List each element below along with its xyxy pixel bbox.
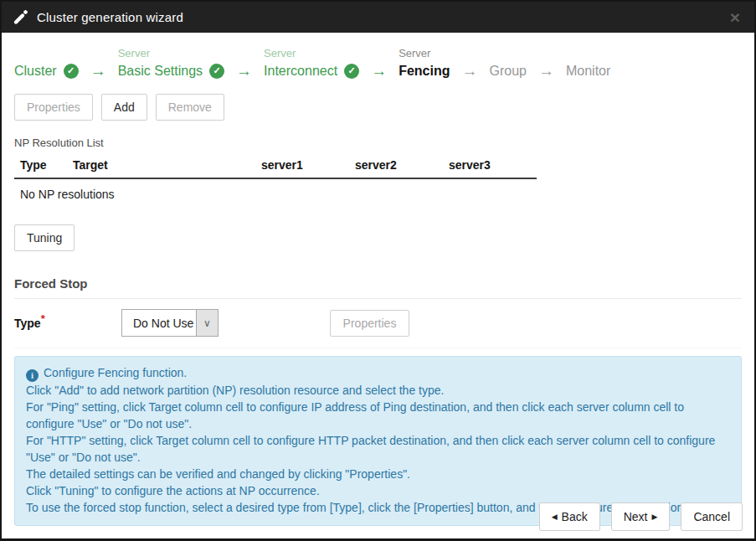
back-button[interactable]: ◀ Back xyxy=(539,502,600,531)
np-resolution-list-label: NP Resolution List xyxy=(14,137,742,149)
dialog-title: Cluster generation wizard xyxy=(37,10,183,24)
magic-wand-icon xyxy=(13,9,29,25)
step-arrow-icon: → xyxy=(371,61,387,80)
info-line: The detailed settings can be verified an… xyxy=(26,466,730,482)
column-header-server1[interactable]: server1 xyxy=(255,156,349,178)
step-name: Group xyxy=(489,61,526,80)
table-row: No NP resolutions xyxy=(14,178,537,209)
close-icon[interactable]: × xyxy=(727,7,743,28)
wizard-steps: Cluster ✓ → Server Basic Settings ✓ → Se… xyxy=(14,33,742,80)
remove-button[interactable]: Remove xyxy=(156,94,224,121)
info-icon: i xyxy=(26,369,39,382)
footer-buttons: ◀ Back Next ▶ Cancel xyxy=(539,502,743,531)
forced-stop-type-select[interactable]: Do Not Use ∨ xyxy=(121,309,219,337)
chevron-down-icon: ∨ xyxy=(196,310,218,336)
info-line: For "Ping" setting, click Target column … xyxy=(26,399,730,432)
step-name: Interconnect xyxy=(264,61,337,80)
step-arrow-icon: → xyxy=(461,61,477,80)
titlebar: Cluster generation wizard × xyxy=(2,2,754,33)
column-header-type[interactable]: Type xyxy=(14,156,67,178)
check-icon: ✓ xyxy=(344,64,359,79)
selected-option: Do Not Use xyxy=(122,310,196,336)
check-icon: ✓ xyxy=(209,64,224,79)
step-name: Fencing xyxy=(399,61,450,80)
step-arrow-icon: → xyxy=(236,61,252,80)
np-toolbar: Properties Add Remove xyxy=(14,94,742,121)
info-line: For "HTTP" setting, click Target column … xyxy=(26,432,730,466)
step-monitor: Monitor xyxy=(566,45,610,80)
step-name: Basic Settings xyxy=(118,61,203,80)
info-box: iConfigure Fencing function. Click "Add"… xyxy=(14,356,742,526)
forced-stop-type-row: Type* Do Not Use ∨ Properties xyxy=(14,299,742,348)
dialog-content: Cluster ✓ → Server Basic Settings ✓ → Se… xyxy=(2,33,754,526)
properties-button[interactable]: Properties xyxy=(14,94,93,121)
step-group: Group xyxy=(489,45,526,80)
step-basic-settings[interactable]: Server Basic Settings ✓ xyxy=(118,45,224,80)
add-button[interactable]: Add xyxy=(101,94,147,121)
step-group-label: Server xyxy=(399,45,450,61)
info-line: Click "Tuning" to configure the actions … xyxy=(26,482,730,499)
column-header-target[interactable]: Target xyxy=(67,156,255,178)
next-button[interactable]: Next ▶ xyxy=(611,502,671,531)
tuning-button[interactable]: Tuning xyxy=(14,224,75,251)
forced-stop-properties-button[interactable]: Properties xyxy=(330,310,409,337)
step-interconnect[interactable]: Server Interconnect ✓ xyxy=(264,45,359,80)
step-group-label xyxy=(14,45,79,61)
step-group-label: Server xyxy=(118,45,224,61)
step-group-label: Server xyxy=(264,45,359,61)
back-triangle-icon: ◀ xyxy=(552,513,558,521)
cluster-generation-wizard-dialog: Cluster generation wizard × Cluster ✓ → … xyxy=(0,0,756,541)
required-marker: * xyxy=(41,312,45,325)
step-group-label xyxy=(489,45,526,61)
step-name: Cluster xyxy=(14,61,57,80)
info-line: iConfigure Fencing function. xyxy=(26,364,730,382)
tuning-row: Tuning xyxy=(14,224,742,251)
step-group-label xyxy=(566,45,610,61)
info-line: Click "Add" to add network partition (NP… xyxy=(26,382,730,399)
step-arrow-icon: → xyxy=(90,61,106,80)
empty-table-message: No NP resolutions xyxy=(14,178,537,209)
column-header-server3[interactable]: server3 xyxy=(443,156,537,178)
table-header-row: Type Target server1 server2 server3 xyxy=(14,156,537,178)
np-resolution-table: Type Target server1 server2 server3 No N… xyxy=(14,156,537,209)
type-label: Type* xyxy=(14,317,121,330)
check-icon: ✓ xyxy=(64,64,79,79)
step-name: Monitor xyxy=(566,61,610,80)
forced-stop-heading: Forced Stop xyxy=(14,276,742,299)
column-header-server2[interactable]: server2 xyxy=(349,156,443,178)
next-triangle-icon: ▶ xyxy=(651,513,657,521)
step-fencing: Server Fencing xyxy=(399,45,450,80)
step-arrow-icon: → xyxy=(538,61,554,80)
cancel-button[interactable]: Cancel xyxy=(681,502,743,531)
step-cluster[interactable]: Cluster ✓ xyxy=(14,45,79,80)
